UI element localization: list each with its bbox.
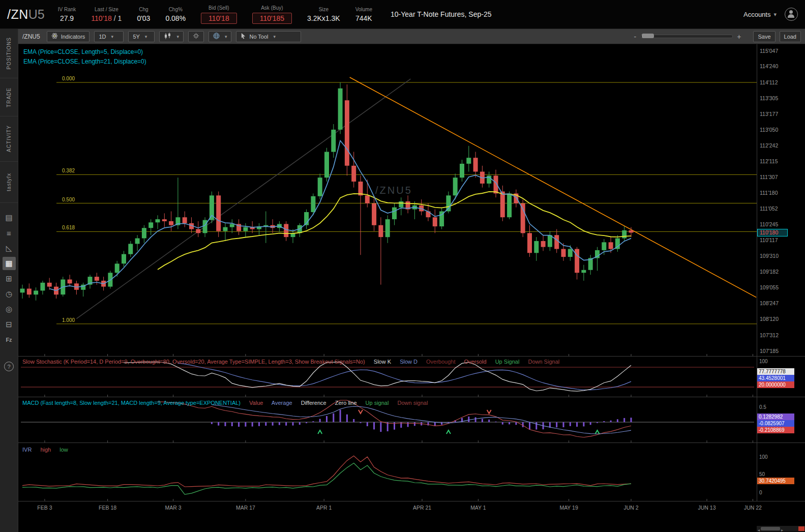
stoch-legend-overbought: Overbought xyxy=(426,359,455,365)
svg-text:111'180: 111'180 xyxy=(760,190,778,196)
stoch-title: Slow Stochastic (K Period=14, D Period=9… xyxy=(22,359,365,365)
svg-text:FEB 3: FEB 3 xyxy=(37,505,52,511)
ivr-legend: IVR high low xyxy=(22,447,75,453)
last-size-stat: Last / Size 110'18 / 1 xyxy=(91,7,122,22)
alert-badge[interactable] xyxy=(798,526,804,531)
ema5-label: EMA (Price=CLOSE, Length=5, Displace=0) xyxy=(23,48,143,55)
chgpct-stat: Chg% 0.08% xyxy=(165,7,186,22)
ask-button[interactable]: 110'185 xyxy=(252,13,292,24)
svg-text:MAY 1: MAY 1 xyxy=(470,505,486,511)
load-button[interactable]: Load xyxy=(780,31,801,42)
chg-stat: Chg 0'03 xyxy=(137,7,150,22)
symbol-root: /ZN xyxy=(7,7,28,22)
indicators-icon xyxy=(51,33,58,40)
macd-diff-tag: 0.1282982 xyxy=(757,413,794,420)
volume-value: 744K xyxy=(355,14,372,22)
ask-stat: Ask (Buy) 110'185 xyxy=(252,5,292,24)
save-button[interactable]: Save xyxy=(753,31,775,42)
size-label: Size xyxy=(319,7,329,12)
grid-icon[interactable]: ⊞ xyxy=(3,272,16,285)
scroll-left-icon[interactable] xyxy=(757,524,761,532)
cursor-icon xyxy=(241,33,246,40)
svg-text:MAR 17: MAR 17 xyxy=(236,505,255,511)
chg-value: 0'03 xyxy=(137,14,150,22)
macd-legend-upsignal: Up signal xyxy=(366,400,389,406)
globe-icon xyxy=(213,33,220,40)
svg-text:JUN 13: JUN 13 xyxy=(698,505,715,511)
svg-text:APR 1: APR 1 xyxy=(316,505,332,511)
svg-text:JUN 22: JUN 22 xyxy=(744,505,762,511)
stoch-legend-slowk: Slow K xyxy=(374,359,391,365)
stoch-legend-downsignal: Down Signal xyxy=(528,359,559,365)
indicators-button[interactable]: Indicators xyxy=(47,31,90,42)
chart-area: 0.0000.3820.5000.6181.000115'047114'2401… xyxy=(18,44,805,532)
calendar-icon[interactable]: ⊟ xyxy=(3,318,16,331)
ivr-legend-high: high xyxy=(40,447,51,453)
list-icon[interactable]: ≡ xyxy=(3,226,16,240)
header: /ZN U5 IV Rank 27.9 Last / Size 110'18 /… xyxy=(0,0,805,29)
settings-button[interactable] xyxy=(188,31,204,42)
social-icon[interactable]: ◎ xyxy=(3,303,16,316)
fz-icon[interactable]: Fz xyxy=(3,333,16,346)
ivr-title: IVR xyxy=(22,447,32,453)
zoom-slider[interactable] xyxy=(640,35,733,38)
stoch-legend: Slow Stochastic (K Period=14, D Period=9… xyxy=(22,359,567,365)
compare-dropdown[interactable] xyxy=(208,31,232,42)
tool-dropdown[interactable]: No Tool xyxy=(236,31,301,42)
svg-text:115'047: 115'047 xyxy=(760,48,778,54)
svg-text:0.618: 0.618 xyxy=(62,225,75,230)
svg-text:107'312: 107'312 xyxy=(760,332,779,338)
horizontal-scrollbar[interactable] xyxy=(757,526,805,531)
svg-text:0.500: 0.500 xyxy=(62,197,75,202)
accounts-menu[interactable]: Accounts xyxy=(743,11,777,18)
volume-label: Volume xyxy=(355,7,372,12)
macd-axis-05: 0.5 xyxy=(759,404,766,410)
bid-button[interactable]: 110'18 xyxy=(201,13,237,24)
last-price: 110'18 xyxy=(91,14,112,22)
svg-text:113'177: 113'177 xyxy=(760,111,778,117)
chart-icon[interactable]: ▦ xyxy=(3,257,16,270)
zoom-slider-thumb[interactable] xyxy=(642,34,654,38)
scrollbar-thumb[interactable] xyxy=(761,527,780,530)
scroll-right-icon[interactable] xyxy=(780,524,784,532)
ivr-axis-100: 100 xyxy=(759,454,768,460)
zoom-out-button[interactable]: - xyxy=(634,33,637,41)
price-chart-canvas[interactable]: 0.0000.3820.5000.6181.000115'047114'2401… xyxy=(18,44,805,532)
macd-legend: MACD (Fast length=8, Slow length=21, MAC… xyxy=(22,400,435,406)
help-icon[interactable]: ? xyxy=(4,362,14,371)
last-size: / 1 xyxy=(114,14,122,22)
account-avatar-icon[interactable] xyxy=(785,8,798,21)
chart-toolbar: /ZNU5 Indicators 1D 5Y No Tool xyxy=(18,29,805,44)
last-size-label: Last / Size xyxy=(95,7,118,12)
chgpct-value: 0.08% xyxy=(165,14,186,22)
journal-icon[interactable]: ▤ xyxy=(3,211,16,224)
timeframe-dropdown[interactable]: 1D xyxy=(94,31,124,42)
symbol: /ZN U5 xyxy=(7,7,45,22)
ivr-axis-0: 0 xyxy=(759,490,762,495)
macd-legend-zeroline: Zero line xyxy=(335,400,357,406)
svg-text:JUN 2: JUN 2 xyxy=(623,505,638,511)
macd-legend-value: Value xyxy=(249,400,263,406)
svg-text:112'242: 112'242 xyxy=(760,142,778,149)
accounts-label: Accounts xyxy=(743,11,770,18)
macd-legend-downsignal: Down signal xyxy=(397,400,428,406)
svg-text:108'120: 108'120 xyxy=(760,316,779,322)
gear-icon xyxy=(193,33,199,40)
tab-activity[interactable]: ACTIVITY xyxy=(0,116,18,162)
tab-trade[interactable]: TRADE xyxy=(0,78,18,116)
tab-tastyfx[interactable]: tastyfx xyxy=(0,162,18,203)
svg-text:113'305: 113'305 xyxy=(760,95,778,101)
bid-stat: Bid (Sell) 110'18 xyxy=(201,5,237,24)
tab-positions[interactable]: POSITIONS xyxy=(0,29,18,78)
drafting-icon[interactable]: ◺ xyxy=(3,242,16,255)
macd-average-tag: -0.0825907 xyxy=(757,420,794,427)
chart-style-dropdown[interactable] xyxy=(159,31,184,42)
svg-text:APR 21: APR 21 xyxy=(413,505,431,511)
history-icon[interactable]: ◷ xyxy=(3,287,16,301)
zoom-in-button[interactable]: + xyxy=(737,33,741,41)
range-dropdown[interactable]: 5Y xyxy=(128,31,155,42)
sidebar-icon-column: ▤ ≡ ◺ ▦ ⊞ ◷ ◎ ⊟ Fz ? xyxy=(0,210,18,372)
volume-stat: Volume 744K xyxy=(355,7,372,22)
stoch-d-tag: 43.4528001 xyxy=(757,375,794,381)
contract-description: 10-Year T-Note Futures, Sep-25 xyxy=(391,10,491,18)
